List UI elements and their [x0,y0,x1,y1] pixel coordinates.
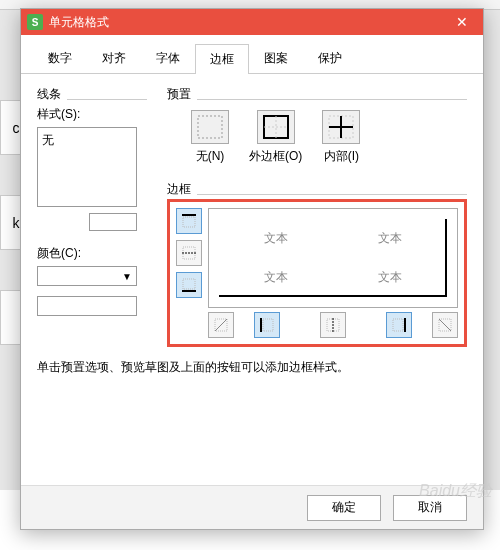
svg-rect-11 [183,279,195,289]
svg-rect-0 [198,116,222,138]
tabs: 数字 对齐 字体 边框 图案 保护 [21,35,483,74]
border-left-button[interactable] [254,312,280,338]
svg-line-22 [439,319,451,331]
preview-cell: 文本 [219,258,333,297]
border-fieldset: 边框 文本 文本 [167,181,467,347]
preset-outer-icon [257,110,295,144]
border-diag2-button[interactable] [432,312,458,338]
preset-none-icon [191,110,229,144]
border-vmid-button[interactable] [320,312,346,338]
svg-line-14 [215,319,227,331]
tab-number[interactable]: 数字 [33,43,87,73]
tab-font[interactable]: 字体 [141,43,195,73]
tab-border[interactable]: 边框 [195,44,249,74]
border-top-button[interactable] [176,208,202,234]
color-select[interactable]: ▼ [37,266,137,286]
close-button[interactable]: ✕ [447,14,477,30]
app-icon: S [27,14,43,30]
preview-cell: 文本 [333,258,447,297]
preset-fieldset: 预置 无(N) 外边框(O) [167,86,467,165]
border-bottom-button[interactable] [176,272,202,298]
tab-align[interactable]: 对齐 [87,43,141,73]
chevron-down-icon: ▼ [122,271,132,282]
dialog-title: 单元格格式 [49,14,447,31]
svg-rect-16 [263,319,273,331]
style-input[interactable] [89,213,137,231]
border-preview[interactable]: 文本 文本 文本 文本 [208,208,458,308]
preview-cell: 文本 [333,219,447,258]
ok-button[interactable]: 确定 [307,495,381,521]
style-listbox[interactable]: 无 [37,127,137,207]
titlebar: S 单元格格式 ✕ [21,9,483,35]
svg-rect-8 [183,217,195,227]
preset-outer-button[interactable]: 外边框(O) [249,110,302,165]
tab-pattern[interactable]: 图案 [249,43,303,73]
preset-inner-button[interactable]: 内部(I) [322,110,360,165]
color-input[interactable] [37,296,137,316]
style-label: 样式(S): [37,106,147,123]
dialog-buttons: 确定 取消 [21,485,483,529]
border-diag1-button[interactable] [208,312,234,338]
preset-inner-icon [322,110,360,144]
cell-format-dialog: S 单元格格式 ✕ 数字 对齐 字体 边框 图案 保护 线条 样式(S): 无 … [20,8,484,530]
preview-cell: 文本 [219,219,333,258]
border-hmid-button[interactable] [176,240,202,266]
tab-protect[interactable]: 保护 [303,43,357,73]
border-right-button[interactable] [386,312,412,338]
color-label: 颜色(C): [37,245,147,262]
hint-text: 单击预置选项、预览草图及上面的按钮可以添加边框样式。 [37,359,467,376]
line-fieldset: 线条 样式(S): 无 颜色(C): ▼ [37,86,147,316]
svg-rect-19 [393,319,403,331]
preset-none-button[interactable]: 无(N) [191,110,229,165]
cancel-button[interactable]: 取消 [393,495,467,521]
